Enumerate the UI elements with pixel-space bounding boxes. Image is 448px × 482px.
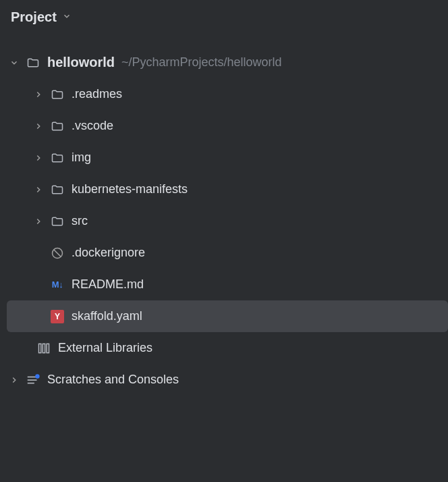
folder-icon [50,87,65,102]
markdown-icon: M↓ [50,277,65,292]
file-label: .dockerignore [72,246,145,260]
chevron-right-icon[interactable] [34,185,50,194]
folder-label: img [72,151,91,165]
svg-point-8 [35,374,39,378]
external-libraries-label: External Libraries [58,341,152,355]
file-label: skaffold.yaml [72,309,142,323]
folder-label: .vscode [72,119,113,133]
root-name: helloworld [47,55,115,70]
chevron-right-icon[interactable] [34,217,50,226]
chevron-right-icon[interactable] [9,375,26,385]
scratches-icon [26,373,40,387]
folder-icon [26,55,40,70]
tree-scratches[interactable]: Scratches and Consoles [0,364,448,396]
folder-label: .readmes [72,87,122,101]
tree-folder[interactable]: img [0,142,448,173]
yaml-icon: Y [50,309,65,324]
root-path: ~/PycharmProjects/helloworld [121,55,282,70]
library-icon [36,341,51,356]
chevron-down-icon[interactable] [62,10,72,24]
panel-title: Project [11,9,57,25]
folder-icon [50,182,65,197]
chevron-right-icon[interactable] [34,90,50,99]
tree-folder[interactable]: .vscode [0,110,448,142]
svg-rect-2 [39,344,41,352]
chevron-right-icon[interactable] [34,122,50,131]
tree-file-skaffold[interactable]: Y skaffold.yaml [7,300,448,332]
svg-rect-4 [47,344,49,352]
svg-line-1 [54,250,61,257]
folder-icon [50,151,65,165]
panel-header[interactable]: Project [0,0,448,34]
folder-label: kubernetes-manifests [72,182,188,196]
scratches-label: Scratches and Consoles [47,373,179,387]
folder-icon [50,119,65,134]
tree-file-readme[interactable]: M↓ README.md [0,269,448,300]
tree-external-libraries[interactable]: External Libraries [0,332,448,364]
tree-folder[interactable]: kubernetes-manifests [0,173,448,205]
file-label: README.md [72,277,144,292]
folder-label: src [72,214,88,228]
tree-file-dockerignore[interactable]: .dockerignore [0,237,448,269]
project-tree: helloworld ~/PycharmProjects/helloworld … [0,34,448,396]
tree-root[interactable]: helloworld ~/PycharmProjects/helloworld [0,47,448,78]
tree-folder[interactable]: .readmes [0,78,448,110]
chevron-down-icon[interactable] [9,58,26,68]
folder-icon [50,214,65,229]
ignore-icon [50,246,65,261]
tree-folder[interactable]: src [0,205,448,237]
svg-rect-3 [43,344,45,352]
chevron-right-icon[interactable] [34,153,50,163]
